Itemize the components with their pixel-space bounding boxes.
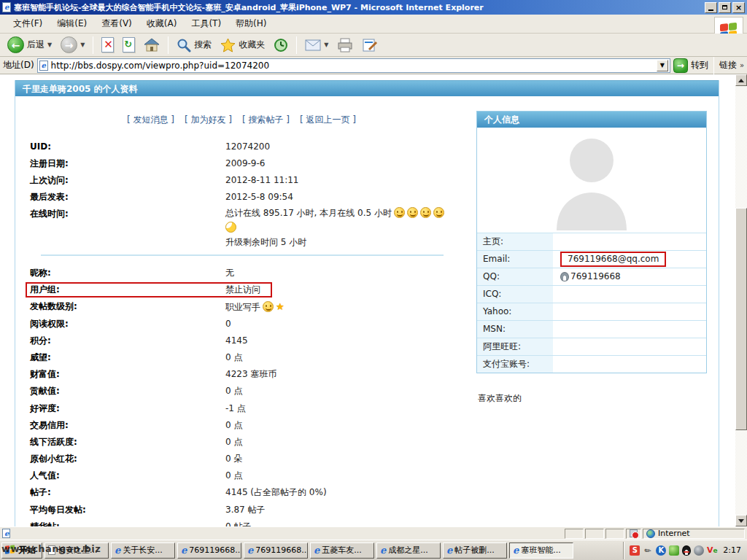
go-label[interactable]: 转到 [691, 59, 708, 71]
popup-blocked-panel [626, 529, 641, 539]
field-label: 最后发表: [30, 189, 225, 206]
start-button[interactable]: 开始 [1, 542, 42, 559]
field-value: 0 点 [225, 467, 242, 484]
status-panel [585, 529, 604, 539]
stat-value-text: 0 [225, 319, 231, 329]
links-chevron-icon[interactable]: » [740, 61, 744, 69]
back-dropdown-icon[interactable]: ▼ [47, 42, 52, 48]
field-label: 交易信用: [30, 417, 225, 434]
stat-row: 财富值:4223 塞班币 [30, 366, 482, 383]
field-value: 2012-5-8 09:54 [225, 189, 293, 206]
back-label: 后退 [27, 39, 44, 51]
tray-icon-swirl[interactable] [694, 545, 704, 556]
task-button[interactable]: e帖子被删... [443, 542, 507, 559]
action-link[interactable]: [ 加为好友 ] [185, 114, 232, 125]
task-button-label: 五菱车友... [322, 545, 362, 556]
stop-button[interactable]: ✕ [98, 36, 117, 54]
ie-icon: e [446, 545, 452, 556]
field-value: 无 [225, 265, 234, 281]
contact-value-text: 769119668@qq.com [568, 254, 659, 264]
edit-button[interactable] [359, 36, 381, 54]
online-time-text: 总计在线 895.17 小时, 本月在线 0.5 小时 [225, 208, 392, 218]
stat-row: 帖子:4145 (占全部帖子的 0%) [30, 484, 482, 501]
profile-row: 在线时间:总计在线 895.17 小时, 本月在线 0.5 小时升级剩余时间 5… [30, 206, 468, 249]
action-link[interactable]: [ 返回上一页 ] [300, 114, 356, 125]
stat-value-text: 3.87 帖子 [225, 505, 266, 515]
menu-item[interactable]: 文件(F) [6, 15, 50, 32]
address-dropdown-icon[interactable]: ▼ [657, 60, 668, 71]
vertical-scrollbar[interactable] [735, 74, 747, 526]
browser-viewport: 千里走单骑2005 的个人资料 [ 发短消息 ][ 加为好友 ][ 搜索帖子 ]… [0, 74, 735, 526]
tray-icon-sogou[interactable]: S [630, 545, 640, 556]
action-link[interactable]: [ 发短消息 ] [127, 114, 174, 125]
favorites-button[interactable]: 收藏夹 [217, 36, 268, 54]
menu-item[interactable]: 帮助(H) [228, 15, 274, 32]
minimize-button[interactable] [705, 2, 717, 13]
history-button[interactable] [271, 36, 291, 54]
close-button[interactable]: × [732, 2, 745, 13]
field-value: 4223 塞班币 [225, 366, 276, 383]
tray-icon-v2[interactable]: Ve [707, 545, 717, 556]
task-button[interactable]: e769119668... [244, 542, 308, 559]
avatar-box [477, 128, 706, 233]
forward-dropdown-icon[interactable]: ▼ [80, 42, 85, 48]
links-label[interactable]: 链接 [719, 59, 737, 71]
back-button[interactable]: ← 后退 ▼ [4, 35, 55, 55]
ie-icon: e [513, 545, 519, 556]
contact-row: 阿里旺旺: [477, 338, 706, 355]
print-button[interactable] [334, 36, 356, 54]
tray-icon-qq[interactable] [682, 545, 691, 556]
tray-icon-k[interactable]: K [656, 545, 666, 556]
tray-icon-pen[interactable]: ✎ [640, 543, 655, 558]
avatar-placeholder-icon [548, 130, 635, 230]
mail-dropdown-icon[interactable]: ▼ [324, 42, 328, 48]
field-label: 上次访问: [30, 172, 225, 189]
task-button[interactable]: e关于长安... [111, 542, 175, 559]
restore-button[interactable] [719, 2, 731, 13]
task-button[interactable]: e塞班智能... [509, 542, 573, 559]
contact-row: ICQ: [477, 285, 706, 303]
tray-icon-green[interactable] [669, 545, 679, 556]
stat-value-text: 0 点 [225, 437, 242, 447]
task-button[interactable]: 长安之星... [44, 542, 109, 559]
action-link[interactable]: [ 搜索帖子 ] [242, 114, 290, 125]
scroll-up-button[interactable] [735, 74, 747, 86]
status-bar: Internet [0, 526, 747, 540]
field-label: 帖子: [30, 484, 225, 501]
stat-row: 用户组:禁止访问 [30, 281, 482, 298]
menu-item[interactable]: 收藏(A) [139, 15, 185, 32]
mail-button[interactable]: ▼ [302, 38, 331, 52]
home-button[interactable] [141, 36, 163, 54]
address-separator [713, 57, 714, 74]
contact-row: Yahoo: [477, 303, 706, 320]
address-input[interactable]: http://bbs.dospy.com/viewpro.php?uid=120… [37, 58, 670, 73]
status-panel [605, 529, 624, 539]
address-url[interactable]: http://bbs.dospy.com/viewpro.php?uid=120… [51, 61, 654, 71]
smiley-icon [263, 301, 274, 312]
task-button-label: 长安之星... [58, 545, 98, 556]
task-button[interactable]: e五菱车友... [310, 542, 374, 559]
search-button[interactable]: 搜索 [174, 36, 214, 54]
scroll-down-button[interactable] [735, 515, 747, 526]
profile-row: 注册日期:2009-9-6 [30, 155, 468, 172]
go-button[interactable]: → [673, 58, 688, 73]
menu-item[interactable]: 查看(V) [94, 15, 139, 32]
task-button[interactable]: e769119668... [177, 542, 241, 559]
forward-button[interactable]: → ▼ [58, 35, 88, 55]
taskbar: 开始 长安之星...e关于长安...e769119668...e76911966… [0, 540, 747, 560]
toolbar-separator [93, 36, 93, 54]
stat-row: 平均每日发帖:3.87 帖子 [30, 502, 482, 518]
online-time-line3: 升级剩余时间 5 小时 [225, 235, 444, 249]
favorites-star-icon [220, 38, 236, 52]
scrollbar-thumb[interactable] [735, 208, 747, 430]
contact-value [553, 303, 706, 320]
smiley-icon [394, 207, 405, 218]
menu-item[interactable]: 编辑(E) [50, 15, 94, 32]
task-button[interactable]: e成都之星... [376, 542, 441, 559]
contact-value [553, 356, 706, 373]
contact-row: 主页: [477, 233, 706, 250]
tray-icons: S✎KVe [630, 545, 717, 556]
online-time-line1: 总计在线 895.17 小时, 本月在线 0.5 小时 [225, 206, 444, 220]
menu-item[interactable]: 工具(T) [184, 15, 228, 32]
refresh-button[interactable]: ↻ [120, 36, 138, 54]
